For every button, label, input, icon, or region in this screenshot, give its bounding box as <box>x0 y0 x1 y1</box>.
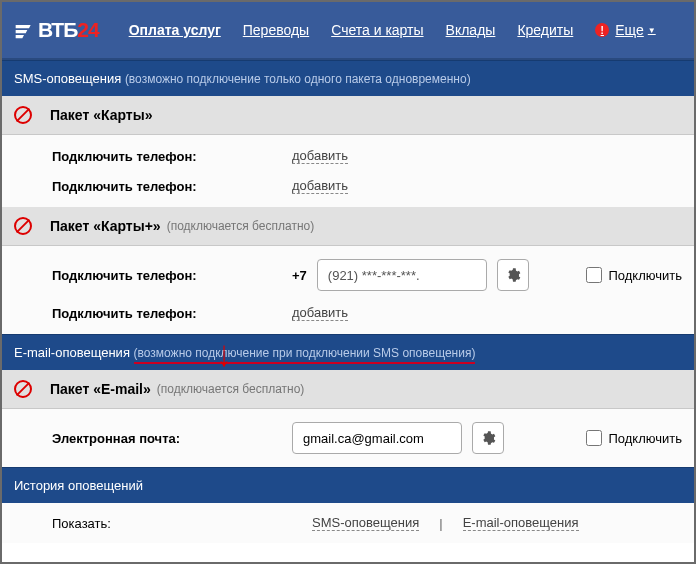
phone-label: Подключить телефон: <box>52 149 292 164</box>
phone-prefix: +7 <box>292 268 307 283</box>
logo-sub: 24 <box>77 18 98 41</box>
form-row: Подключить телефон: добавить <box>2 298 694 328</box>
alert-icon: ! <box>595 23 609 37</box>
connect-label: Подключить <box>608 268 682 283</box>
package-cards-title: Пакет «Карты» <box>50 107 152 123</box>
email-section-header: E-mail-оповещения (возможно подключение … <box>2 334 694 370</box>
form-row: Подключить телефон: добавить <box>2 171 694 201</box>
nav-accounts[interactable]: Счета и карты <box>331 22 423 38</box>
connect-checkbox[interactable] <box>586 267 602 283</box>
package-email-header: Пакет «E-mail» (подключается бесплатно) <box>2 370 694 409</box>
phone-label: Подключить телефон: <box>52 268 292 283</box>
logo-text: ВТБ24 <box>38 18 99 42</box>
sms-section-title: SMS-оповещения <box>14 71 121 86</box>
package-cardsplus-header: Пакет «Карты+» (подключается бесплатно) <box>2 207 694 246</box>
phone-label: Подключить телефон: <box>52 306 292 321</box>
history-show-label: Показать: <box>52 516 292 531</box>
separator: | <box>439 516 442 531</box>
package-cardsplus-note: (подключается бесплатно) <box>167 219 315 233</box>
package-email-body: Электронная почта: Подключить <box>2 409 694 467</box>
email-section-title: E-mail-оповещения <box>14 345 130 360</box>
main-nav: Оплата услуг Переводы Счета и карты Вкла… <box>129 22 682 38</box>
history-sms-link[interactable]: SMS-оповещения <box>312 515 419 531</box>
form-row: Подключить телефон: добавить <box>2 141 694 171</box>
phone-group: +7 <box>292 259 529 291</box>
email-section-note: (возможно подключение при подключении SM… <box>134 346 476 364</box>
gear-icon <box>480 430 496 446</box>
email-input[interactable] <box>292 422 462 454</box>
nav-credits[interactable]: Кредиты <box>517 22 573 38</box>
logo-main: ВТБ <box>38 18 77 41</box>
phone-label: Подключить телефон: <box>52 179 292 194</box>
add-phone-link[interactable]: добавить <box>292 178 348 194</box>
logo: ВТБ24 <box>14 18 99 42</box>
sms-section-header: SMS-оповещения (возможно подключение тол… <box>2 60 694 96</box>
gear-icon <box>505 267 521 283</box>
history-section-header: История оповещений <box>2 467 694 503</box>
history-body: Показать: SMS-оповещения | E-mail-оповещ… <box>2 503 694 543</box>
sms-section-note: (возможно подключение только одного паке… <box>125 72 471 86</box>
nav-more[interactable]: ! Еще ▼ <box>595 22 655 38</box>
chevron-down-icon: ▼ <box>648 26 656 35</box>
form-row: Подключить телефон: +7 Подключить <box>2 252 694 298</box>
package-cards-header: Пакет «Карты» <box>2 96 694 135</box>
email-label: Электронная почта: <box>52 431 292 446</box>
phone-input[interactable] <box>317 259 487 291</box>
add-phone-link[interactable]: добавить <box>292 148 348 164</box>
add-phone-link[interactable]: добавить <box>292 305 348 321</box>
connect-group: Подключить <box>586 430 682 446</box>
package-email-title: Пакет «E-mail» <box>50 381 151 397</box>
connect-group: Подключить <box>586 267 682 283</box>
phone-settings-button[interactable] <box>497 259 529 291</box>
nav-more-label: Еще <box>615 22 644 38</box>
email-group <box>292 422 504 454</box>
connect-label: Подключить <box>608 431 682 446</box>
history-title: История оповещений <box>14 478 143 493</box>
logo-wing-icon <box>14 20 34 40</box>
package-cardsplus-body: Подключить телефон: +7 Подключить Подклю… <box>2 246 694 334</box>
history-email-link[interactable]: E-mail-оповещения <box>463 515 579 531</box>
package-cardsplus-title: Пакет «Карты+» <box>50 218 161 234</box>
forbidden-icon <box>14 217 32 235</box>
connect-checkbox[interactable] <box>586 430 602 446</box>
forbidden-icon <box>14 380 32 398</box>
nav-transfers[interactable]: Переводы <box>243 22 309 38</box>
email-settings-button[interactable] <box>472 422 504 454</box>
forbidden-icon <box>14 106 32 124</box>
package-email-note: (подключается бесплатно) <box>157 382 305 396</box>
app-header: ВТБ24 Оплата услуг Переводы Счета и карт… <box>2 2 694 58</box>
package-cards-body: Подключить телефон: добавить Подключить … <box>2 135 694 207</box>
form-row: Электронная почта: Подключить <box>2 415 694 461</box>
nav-deposits[interactable]: Вклады <box>446 22 496 38</box>
nav-payments[interactable]: Оплата услуг <box>129 22 221 38</box>
